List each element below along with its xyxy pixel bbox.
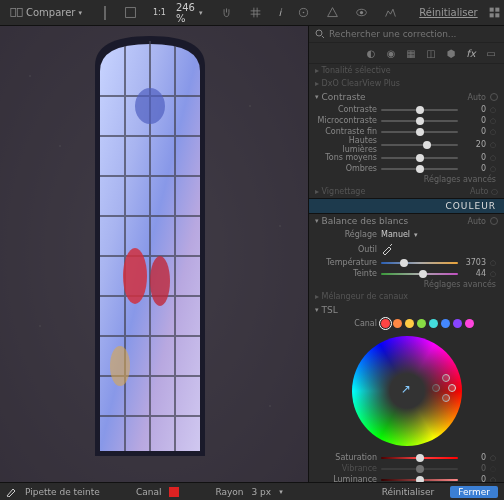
svg-point-26 [150, 256, 170, 306]
slider-saturation[interactable]: Saturation0○ [309, 452, 504, 463]
rayon-label: Rayon [215, 487, 243, 497]
svg-rect-9 [489, 13, 493, 17]
channel-swatch[interactable] [169, 487, 179, 497]
zoom-value[interactable]: 246 % [176, 2, 195, 24]
slider-hautes-lumieres[interactable]: Hautes lumières20○ [309, 137, 504, 152]
wheel-handle[interactable] [448, 384, 456, 392]
warning-icon [326, 6, 339, 19]
fit-icon [124, 6, 137, 19]
rayon-value[interactable]: 3 px [252, 487, 272, 497]
hist-tool[interactable] [378, 4, 403, 21]
tool-button-2[interactable] [104, 6, 106, 20]
section-melangeur[interactable]: ▸ Mélangeur de canaux [309, 290, 504, 303]
section-tsl-header[interactable]: ▾TSL [309, 303, 504, 317]
section-vignettage[interactable]: ▸ Vignettage Auto ○ [309, 185, 504, 198]
presets-button[interactable]: Préréglages [482, 4, 504, 21]
compare-icon [10, 6, 23, 19]
svg-rect-0 [11, 8, 16, 16]
svg-point-4 [303, 12, 305, 14]
slider-microcontraste[interactable]: Microcontraste0○ [309, 115, 504, 126]
section-contraste-header[interactable]: ▾Contraste Auto [309, 90, 504, 104]
tab-watermark-icon[interactable]: ▭ [484, 46, 498, 60]
tab-fx-icon[interactable]: fx [464, 46, 478, 60]
preview-tool[interactable] [349, 4, 374, 21]
svg-rect-1 [17, 8, 22, 16]
auto-toggle[interactable] [490, 93, 498, 101]
adjustments-panel: ◐ ◉ ▦ ◫ ⬢ fx ▭ ▸ Tonalité sélective ▸ Dx… [308, 26, 504, 482]
tsl-canal: Canal [309, 317, 504, 330]
hue-red[interactable] [381, 319, 390, 328]
hue-orange[interactable] [393, 319, 402, 328]
info-tool[interactable]: i [272, 5, 287, 20]
slider-vibrance[interactable]: Vibrance0○ [309, 463, 504, 474]
tab-detail-icon[interactable]: ▦ [404, 46, 418, 60]
chevron-down-icon[interactable]: ▾ [199, 9, 203, 17]
color-wheel[interactable]: ↗ [352, 336, 462, 446]
histogram-icon [384, 6, 397, 19]
hue-blue[interactable] [441, 319, 450, 328]
hue-cyan[interactable] [429, 319, 438, 328]
slider-contraste[interactable]: Contraste0○ [309, 104, 504, 115]
svg-point-33 [39, 325, 41, 327]
wheel-handle[interactable] [432, 384, 440, 392]
reset-link[interactable]: Réinitialiser [419, 7, 477, 18]
section-wb-header[interactable]: ▾Balance des blancs Auto [309, 214, 504, 228]
contraste-advanced[interactable]: Réglages avancés [309, 174, 504, 185]
eyedropper-icon[interactable] [6, 486, 17, 497]
slider-teinte[interactable]: Teinte44○ [309, 268, 504, 279]
eyedropper-icon [381, 243, 393, 255]
fit-button[interactable] [118, 4, 143, 21]
hand-icon [220, 6, 233, 19]
slider-luminance[interactable]: Luminance0○ [309, 474, 504, 482]
svg-point-32 [279, 225, 281, 227]
one-to-one-button[interactable]: 1:1 [147, 6, 172, 19]
presets-icon [488, 6, 501, 19]
hue-yellow[interactable] [405, 319, 414, 328]
wb-advanced[interactable]: Réglages avancés [309, 279, 504, 290]
search-input[interactable] [329, 29, 498, 39]
tab-local-icon[interactable]: ⬢ [444, 46, 458, 60]
hue-green[interactable] [417, 319, 426, 328]
svg-point-25 [123, 248, 147, 304]
compare-label: Comparer [26, 7, 75, 18]
slider-ombres[interactable]: Ombres0○ [309, 163, 504, 174]
slider-tons-moyens[interactable]: Tons moyens0○ [309, 152, 504, 163]
svg-rect-10 [495, 13, 499, 17]
wb-reglage[interactable]: RéglageManuel ▾ [309, 228, 504, 241]
reset-button[interactable]: Réinitialiser [374, 486, 443, 498]
tab-color-icon[interactable]: ◉ [384, 46, 398, 60]
grid-icon [249, 6, 262, 19]
svg-point-31 [249, 105, 251, 107]
hue-magenta[interactable] [465, 319, 474, 328]
svg-point-29 [29, 75, 31, 77]
svg-line-36 [322, 36, 324, 38]
wheel-handle[interactable] [442, 374, 450, 382]
image-viewport[interactable] [0, 26, 308, 482]
panel-tabs: ◐ ◉ ▦ ◫ ⬢ fx ▭ [309, 43, 504, 64]
bottom-bar: Pipette de teinte Canal Rayon 3 px ▾ Réi… [0, 482, 504, 500]
grid-tool[interactable] [243, 4, 268, 21]
tab-geometry-icon[interactable]: ◫ [424, 46, 438, 60]
target-icon [297, 6, 310, 19]
section-tonalite[interactable]: ▸ Tonalité sélective [309, 64, 504, 77]
chevron-down-icon[interactable]: ▾ [279, 488, 283, 496]
mask-tool[interactable] [291, 4, 316, 21]
tab-light-icon[interactable]: ◐ [364, 46, 378, 60]
warn-tool[interactable] [320, 4, 345, 21]
compare-button[interactable]: Comparer ▾ [4, 4, 88, 21]
auto-toggle[interactable] [490, 217, 498, 225]
chevron-down-icon: ▾ [78, 9, 82, 17]
close-button[interactable]: Fermer [450, 486, 498, 498]
wheel-handle[interactable] [442, 394, 450, 402]
eye-icon [355, 6, 368, 19]
wb-outil[interactable]: Outil [309, 241, 504, 257]
move-tool[interactable] [214, 4, 239, 21]
svg-point-27 [135, 88, 165, 124]
pipette-label: Pipette de teinte [25, 487, 100, 497]
wheel-arrow-icon: ↗ [401, 382, 411, 396]
hue-channel-picker[interactable] [381, 319, 474, 328]
svg-point-35 [316, 30, 322, 36]
slider-temperature[interactable]: Température3703○ [309, 257, 504, 268]
hue-purple[interactable] [453, 319, 462, 328]
section-clearview[interactable]: ▸ DxO ClearView Plus [309, 77, 504, 90]
